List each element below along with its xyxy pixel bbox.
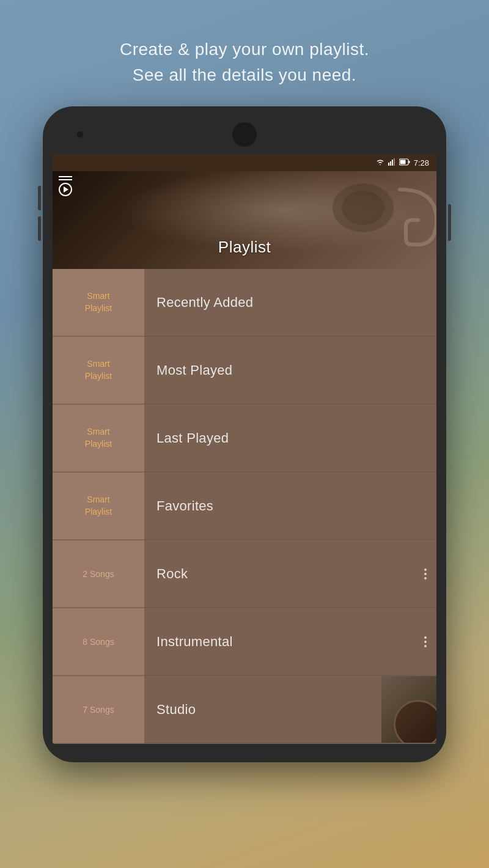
play-circle-icon [59,183,72,196]
playlist-title-favorites: Favorites [156,498,213,514]
playlist-title-last-played: Last Played [156,430,229,446]
svg-rect-6 [400,160,405,164]
more-dot-1 [424,568,427,571]
song-count-rock: 2 Songs [53,540,144,608]
song-count-studio: 7 Songs [53,676,144,743]
wifi-icon [376,158,384,167]
smart-playlist-label-4: SmartPlaylist [53,473,144,540]
more-options-instrumental[interactable] [424,636,427,647]
svg-rect-2 [392,160,393,166]
playlist-name-studio: Studio [144,676,436,743]
phone-top [53,117,436,154]
status-time: 7:28 [414,158,429,167]
tagline-line2: See all the details you need. [133,65,356,84]
play-triangle [64,186,68,193]
playlist-item-recently-added[interactable]: SmartPlaylist Recently Added [53,269,436,337]
svg-rect-0 [388,163,389,166]
front-camera [77,131,83,138]
svg-rect-3 [394,158,395,166]
playlist-name-favorites: Favorites [144,473,436,540]
playlist-name-instrumental: Instrumental [144,608,436,675]
album-disc [394,700,436,743]
app-header: Playlist [53,171,436,269]
svg-rect-1 [390,161,391,166]
smart-playlist-label-2: SmartPlaylist [53,337,144,404]
more-dot-5 [424,641,427,643]
album-art-studio [381,676,436,743]
playlist-name-last-played: Last Played [144,405,436,472]
playlist-name-recently-added: Recently Added [144,269,436,336]
smart-playlist-label-1: SmartPlaylist [53,269,144,336]
playlist-title-instrumental: Instrumental [156,634,233,650]
svg-rect-5 [408,161,410,163]
status-bar: 7:28 [53,154,436,171]
playlist-item-last-played[interactable]: SmartPlaylist Last Played [53,405,436,473]
volume-up-button[interactable] [38,186,41,210]
tagline-line1: Create & play your own playlist. [120,40,369,59]
playlist-name-rock: Rock [144,540,436,608]
menu-bar-2 [59,179,72,180]
playlist-list: SmartPlaylist Recently Added SmartPlayli… [53,269,436,744]
status-icons: 7:28 [376,158,429,167]
menu-bar-1 [59,176,72,177]
more-dot-2 [424,573,427,575]
earpiece-speaker [232,122,257,147]
volume-down-button[interactable] [38,216,41,241]
playlist-title-studio: Studio [156,702,196,718]
page-title: Playlist [218,238,271,257]
playlist-title-recently-added: Recently Added [156,295,253,311]
svg-point-8 [342,191,384,225]
battery-icon [399,158,410,167]
playlist-item-favorites[interactable]: SmartPlaylist Favorites [53,473,436,540]
headphones-decoration [314,171,436,269]
more-options-rock[interactable] [424,568,427,579]
playlist-item-studio[interactable]: 7 Songs Studio [53,676,436,744]
song-count-instrumental: 8 Songs [53,608,144,675]
menu-brand-icon[interactable] [59,176,72,196]
playlist-item-rock[interactable]: 2 Songs Rock [53,540,436,608]
more-dot-6 [424,645,427,647]
playlist-item-instrumental[interactable]: 8 Songs Instrumental [53,608,436,676]
more-dot-4 [424,636,427,639]
phone-screen: 7:28 [53,154,436,744]
playlist-item-most-played[interactable]: SmartPlaylist Most Played [53,337,436,405]
phone-device: 7:28 [43,106,446,762]
signal-icon [388,158,395,167]
tagline: Create & play your own playlist. See all… [83,0,406,106]
playlist-title-most-played: Most Played [156,362,232,378]
power-button[interactable] [448,204,451,241]
playlist-title-rock: Rock [156,566,188,582]
playlist-name-most-played: Most Played [144,337,436,404]
more-dot-3 [424,577,427,579]
smart-playlist-label-3: SmartPlaylist [53,405,144,472]
